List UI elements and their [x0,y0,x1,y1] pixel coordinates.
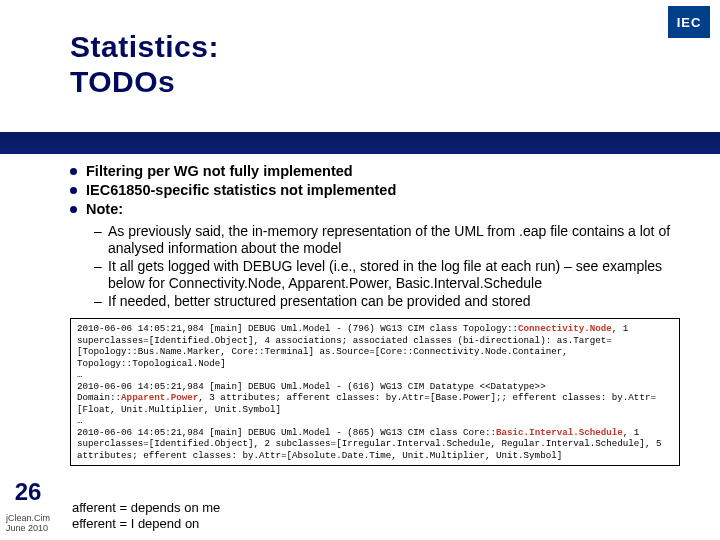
slide-title: Statistics: TODOs [70,30,680,99]
title-band [0,132,720,154]
ellipsis: … [77,415,673,427]
legend: afferent = depends on me efferent = I de… [72,500,220,533]
content-area: Filtering per WG not fully implemented I… [70,162,680,466]
log-line: 2010-06-06 14:05:21,984 [main] DEBUG Uml… [77,381,656,415]
log-output-box: 2010-06-06 14:05:21,984 [main] DEBUG Uml… [70,318,680,466]
log-line: 2010-06-06 14:05:21,984 [main] DEBUG Uml… [77,427,661,461]
sub-bullet-item: It all gets logged with DEBUG level (i.e… [94,258,680,293]
sub-bullet-item: If needed, better structured presentatio… [94,293,680,311]
ellipsis: … [77,369,673,381]
legend-line-1: afferent = depends on me [72,500,220,515]
highlight-class: Connectivity.Node [518,323,612,334]
footer-line-2: June 2010 [6,523,48,533]
legend-line-2: efferent = I depend on [72,516,199,531]
footer-line-1: jClean.Cim [6,513,50,523]
log-line: 2010-06-06 14:05:21,984 [main] DEBUG Uml… [77,323,628,369]
bullet-item: Filtering per WG not fully implemented [70,162,680,181]
title-line-2: TODOs [70,65,175,98]
sub-bullet-list: As previously said, the in-memory repres… [70,223,680,311]
footer: jClean.Cim June 2010 [6,514,56,534]
sub-bullet-item: As previously said, the in-memory repres… [94,223,680,258]
highlight-class: Apparent.Power [121,392,198,403]
page-number: 26 [6,478,50,506]
bullet-list: Filtering per WG not fully implemented I… [70,162,680,219]
bullet-item: Note: [70,200,680,219]
title-line-1: Statistics: [70,30,219,63]
bullet-item: IEC61850-specific statistics not impleme… [70,181,680,200]
highlight-class: Basic.Interval.Schedule [496,427,623,438]
